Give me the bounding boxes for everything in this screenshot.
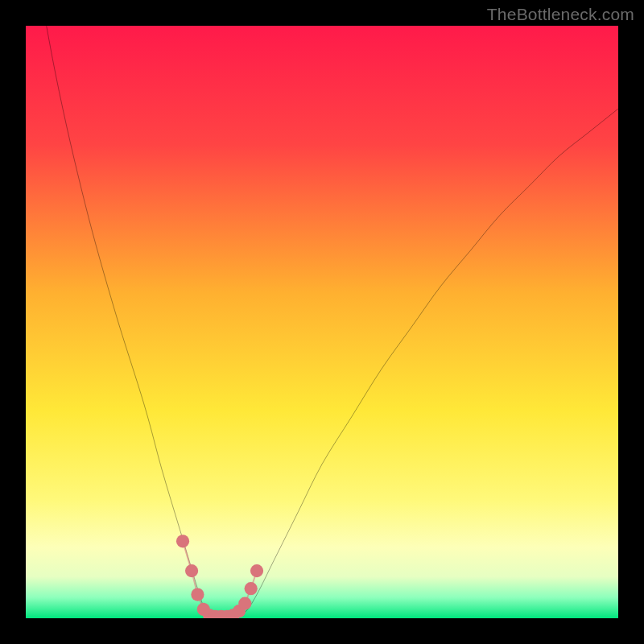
svg-point-1 — [176, 535, 189, 547]
plot-area — [26, 26, 618, 618]
svg-point-13 — [250, 564, 263, 577]
bottleneck-curve — [26, 26, 618, 618]
svg-point-12 — [245, 582, 258, 595]
chart-frame: TheBottleneck.com — [0, 0, 644, 644]
svg-point-3 — [191, 588, 204, 601]
watermark-text: TheBottleneck.com — [487, 5, 634, 24]
svg-point-2 — [185, 564, 198, 577]
svg-point-11 — [238, 597, 251, 610]
